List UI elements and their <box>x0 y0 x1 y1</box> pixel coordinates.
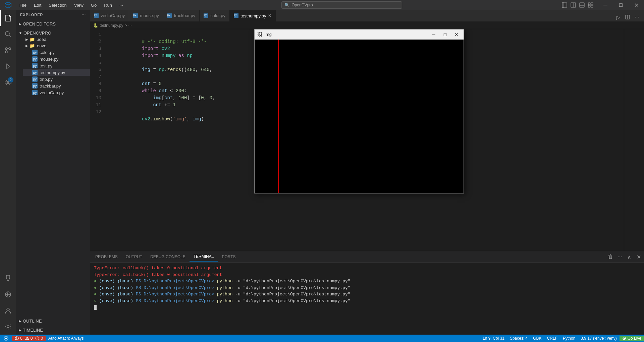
sidebar-file-test[interactable]: py test.py <box>23 62 90 69</box>
activity-extensions[interactable]: 2 <box>0 74 16 91</box>
close-button[interactable]: ✕ <box>629 0 644 10</box>
sidebar-file-mouse[interactable]: py mouse.py <box>23 56 90 62</box>
grid-layout[interactable] <box>587 1 594 9</box>
status-go-live[interactable]: Go Live <box>620 336 644 341</box>
img-preview-window[interactable]: 🖼 img ─ □ ✕ <box>254 29 464 193</box>
status-encoding[interactable]: GBK <box>530 336 544 341</box>
status-auto-attach[interactable]: Auto Attach: Always <box>46 336 86 341</box>
more-actions[interactable]: ··· <box>633 13 641 21</box>
breadcrumb: 🐍 testnumpy.py > ··· <box>90 22 644 29</box>
tab-trackbar[interactable]: py trackbar.py <box>163 10 200 21</box>
tab-icon-vediocap: py <box>94 13 99 18</box>
menu-run[interactable]: Run <box>101 1 115 9</box>
svg-point-24 <box>17 339 17 340</box>
menu-go[interactable]: Go <box>88 1 100 9</box>
status-right: Ln 9, Col 31 Spaces: 4 GBK CRLF Python 3… <box>480 336 644 341</box>
sidebar-file-testnumpy[interactable]: py testnumpy.py <box>23 69 90 76</box>
code-editor[interactable]: 1 2 3 4 5 6 7 8 9 10 11 12 # -*- coding:… <box>90 29 644 251</box>
error-count: 0 <box>20 336 22 341</box>
sidebar-more-actions[interactable]: ··· <box>82 13 86 17</box>
sidebar-header: EXPLORER ··· <box>16 10 90 19</box>
status-remote-icon[interactable] <box>0 336 12 341</box>
activity-search[interactable] <box>0 26 16 42</box>
line-ending-label: CRLF <box>547 336 557 341</box>
project-group[interactable]: ▼ OPENCVPRO <box>16 30 90 36</box>
enve-folder[interactable]: ▶ 📁 enve <box>23 43 90 49</box>
status-spaces[interactable]: Spaces: 4 <box>507 336 530 341</box>
enve-label: enve <box>37 43 46 48</box>
status-python-version[interactable]: 3.9.17 ('enve': venv) <box>578 336 619 341</box>
minimize-button[interactable]: ─ <box>598 0 613 10</box>
menu-view[interactable]: View <box>71 1 87 9</box>
py-file-icon: py <box>32 83 38 89</box>
img-window-maximize[interactable]: □ <box>441 31 449 38</box>
activity-settings[interactable] <box>0 319 16 335</box>
svg-rect-9 <box>591 5 593 7</box>
tab-testnumpy[interactable]: py testnumpy.py × <box>230 10 276 21</box>
maximize-button[interactable]: □ <box>613 0 629 10</box>
activity-source-control[interactable] <box>0 42 16 58</box>
panel-tab-terminal[interactable]: TERMINAL <box>190 252 218 262</box>
activity-account[interactable] <box>0 302 16 319</box>
menu-edit[interactable]: Edit <box>31 1 45 9</box>
vediocap-label: vedioCap.py <box>40 90 64 95</box>
editor-area: py vedioCap.py py mouse.py py trackbar.p… <box>90 10 644 335</box>
svg-rect-15 <box>5 81 8 84</box>
panel-collapse-up[interactable]: ∧ <box>625 253 633 261</box>
panel-close[interactable]: ✕ <box>635 253 643 261</box>
outline-group[interactable]: ▶ OUTLINE <box>16 318 90 324</box>
tab-mouse[interactable]: py mouse.py <box>129 10 163 21</box>
menu-bar: File Edit Selection View Go Run ··· <box>16 1 126 9</box>
run-button[interactable]: ▷ <box>614 13 623 21</box>
sidebar-file-vediocap[interactable]: py vedioCap.py <box>23 89 90 96</box>
sidebar-file-trackbar[interactable]: py trackbar.py <box>23 82 90 89</box>
tab-actions: ▷ ··· <box>614 13 644 21</box>
sidebar-file-tmp[interactable]: py tmp.py <box>23 76 90 82</box>
sidebar-file-color[interactable]: py color.py <box>23 49 90 56</box>
encoding-label: GBK <box>533 336 541 341</box>
trackbar-label: trackbar.py <box>40 83 61 89</box>
menu-selection[interactable]: Selection <box>45 1 70 9</box>
idea-label: .idea <box>37 37 46 42</box>
tab-vediocap[interactable]: py vedioCap.py <box>90 10 129 21</box>
activity-testing[interactable] <box>0 270 16 286</box>
panel-tab-debug[interactable]: DEBUG CONSOLE <box>146 252 190 261</box>
activity-bar: 2 <box>0 10 16 335</box>
window-controls: ─ □ ✕ <box>598 0 644 10</box>
img-window-minimize[interactable]: ─ <box>429 31 438 38</box>
menu-more[interactable]: ··· <box>116 1 126 9</box>
split-editor[interactable] <box>623 13 632 21</box>
panel-tab-problems[interactable]: PROBLEMS <box>91 252 122 261</box>
terminal-content[interactable]: TypeError: callback() takes 0 positional… <box>90 263 644 335</box>
tab-color[interactable]: py color.py <box>200 10 230 21</box>
status-line-ending[interactable]: CRLF <box>544 336 560 341</box>
breadcrumb-more[interactable]: ··· <box>128 23 132 28</box>
status-left: 0 0 0 Auto Attach: Always <box>0 336 86 341</box>
img-red-line <box>278 40 279 193</box>
panel-toggle[interactable] <box>578 1 586 9</box>
sidebar-spacer <box>16 97 90 317</box>
language-label: Python <box>563 336 575 341</box>
editor-layout-toggle[interactable] <box>570 1 577 9</box>
status-errors[interactable]: 0 0 0 <box>12 336 46 341</box>
panel-trash[interactable]: 🗑 <box>606 253 614 261</box>
timeline-group[interactable]: ▶ TIMELINE <box>16 327 90 333</box>
idea-folder[interactable]: ▶ 📁 .idea <box>23 36 90 43</box>
search-box[interactable]: 🔍 OpenCVpro <box>281 1 402 9</box>
terminal-line-6: ○ (enve) (base) PS D:\pythonProject\Open… <box>94 298 640 304</box>
breadcrumb-filename[interactable]: testnumpy.py <box>100 23 123 28</box>
menu-file[interactable]: File <box>16 1 30 9</box>
activity-explorer[interactable] <box>0 10 16 26</box>
panel-tab-ports[interactable]: PORTS <box>218 252 239 261</box>
img-window-close[interactable]: ✕ <box>452 31 461 38</box>
sidebar-toggle[interactable] <box>561 1 568 9</box>
tab-close-testnumpy[interactable]: × <box>268 13 271 18</box>
project-label: OPENCVPRO <box>23 31 51 36</box>
status-position[interactable]: Ln 9, Col 31 <box>480 336 507 341</box>
activity-remote[interactable] <box>0 286 16 302</box>
status-language[interactable]: Python <box>560 336 578 341</box>
panel-more[interactable]: ··· <box>616 253 624 261</box>
activity-debug[interactable] <box>0 58 16 74</box>
open-editors-group[interactable]: ▶ OPEN EDITORS <box>16 21 90 27</box>
panel-tab-output[interactable]: OUTPUT <box>122 252 146 261</box>
